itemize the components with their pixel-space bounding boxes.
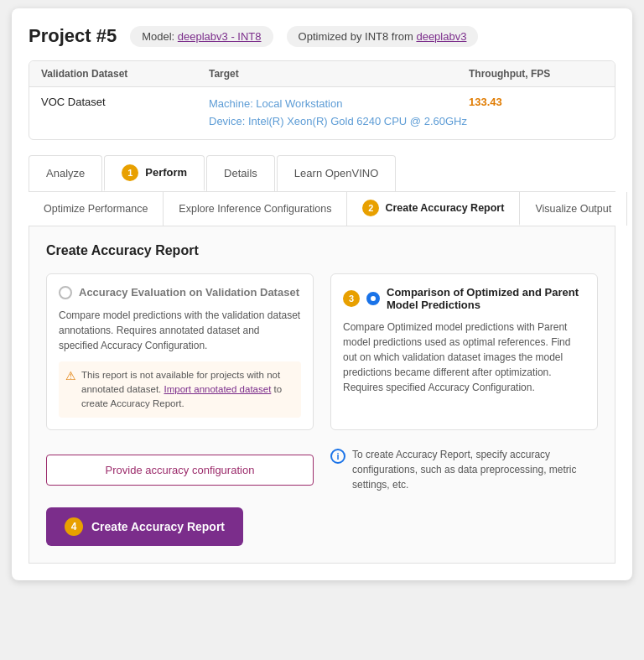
option2-desc: Compare Optimized model predictions with…	[343, 320, 585, 395]
provide-accuracy-btn[interactable]: Provide accuracy configuration	[46, 455, 314, 486]
option2-radio[interactable]	[366, 292, 380, 305]
sub-tab-visualize-label: Visualize Output	[535, 203, 611, 215]
target-line1: Machine: Local Workstation	[209, 96, 469, 113]
main-tabs: Analyze 1 Perform Details Learn OpenVINO	[29, 155, 615, 192]
throughput-value: 133.43	[469, 96, 603, 108]
option2-card: 3 Comparison of Optimized and Parent Mod…	[330, 273, 598, 431]
option1-radio[interactable]	[59, 286, 72, 299]
option2-label: Comparison of Optimized and Parent Model…	[387, 286, 585, 311]
sub-tab-accuracy-label: Create Accuracy Report	[385, 202, 504, 214]
info-table: Validation Dataset Target Throughput, FP…	[29, 60, 615, 140]
sub-tab-optimize-label: Optimize Performance	[44, 203, 148, 215]
table-header: Validation Dataset Target Throughput, FP…	[29, 61, 615, 87]
create-accuracy-report-btn[interactable]: 4 Create Accuracy Report	[46, 507, 243, 546]
main-card: Project #5 Model: deeplabv3 - INT8 Optim…	[12, 8, 632, 580]
option1-label: Accuracy Evaluation on Validation Datase…	[79, 286, 299, 299]
tab-learn[interactable]: Learn OpenVINO	[277, 155, 396, 191]
header-row: Project #5 Model: deeplabv3 - INT8 Optim…	[29, 25, 615, 47]
sub-tab-accuracy-badge: 2	[362, 200, 379, 216]
project-title: Project #5	[29, 25, 117, 47]
create-btn-label: Create Accuracy Report	[91, 520, 225, 533]
sub-tabs: Optimize Performance Explore Inference C…	[29, 192, 615, 226]
info-icon: i	[330, 449, 345, 464]
col-target: Target	[209, 68, 469, 80]
option2-header: 3 Comparison of Optimized and Parent Mod…	[343, 286, 585, 311]
section-title: Create Accuracy Report	[46, 243, 598, 258]
tab-details-label: Details	[224, 167, 257, 179]
sub-tab-optimize[interactable]: Optimize Performance	[29, 192, 164, 226]
target-info: Machine: Local Workstation Device: Intel…	[209, 96, 469, 131]
warning-box: ⚠ This report is not available for proje…	[59, 361, 301, 418]
tab-learn-label: Learn OpenVINO	[294, 167, 378, 179]
option1-desc: Compare model predictions with the valid…	[59, 308, 301, 353]
tab-details[interactable]: Details	[206, 155, 275, 191]
optimized-badge-label: Optimized by INT8 from	[299, 30, 417, 43]
optimized-link[interactable]: deeplabv3	[416, 30, 466, 43]
col-throughput: Throughput, FPS	[469, 68, 603, 80]
create-btn-badge: 4	[65, 517, 83, 536]
warning-icon: ⚠	[65, 369, 76, 382]
tab-analyze[interactable]: Analyze	[29, 155, 102, 191]
tab-analyze-label: Analyze	[46, 167, 85, 179]
option1-card: Accuracy Evaluation on Validation Datase…	[46, 273, 314, 431]
tab-perform-badge: 1	[122, 164, 138, 181]
dataset-value: VOC Dataset	[41, 96, 209, 108]
model-badge: Model: deeplabv3 - INT8	[130, 26, 273, 47]
model-link[interactable]: deeplabv3 - INT8	[178, 30, 262, 43]
model-badge-label: Model:	[142, 30, 178, 43]
info-note: i To create Accuracy Report, specify acc…	[330, 447, 598, 492]
target-line2: Device: Intel(R) Xeon(R) Gold 6240 CPU @…	[209, 113, 469, 131]
content-area: Create Accuracy Report Accuracy Evaluati…	[29, 226, 615, 564]
info-note-text: To create Accuracy Report, specify accur…	[352, 447, 598, 492]
tab-perform-label: Perform	[145, 166, 187, 179]
optimized-badge: Optimized by INT8 from deeplabv3	[287, 26, 479, 47]
warning-text: This report is not available for project…	[81, 368, 294, 412]
option2-badge: 3	[343, 290, 360, 307]
sub-tab-explore-label: Explore Inference Configurations	[179, 203, 331, 215]
sub-tab-accuracy[interactable]: 2 Create Accuracy Report	[347, 192, 520, 226]
options-row: Accuracy Evaluation on Validation Datase…	[46, 273, 598, 431]
sub-tab-explore[interactable]: Explore Inference Configurations	[164, 192, 347, 226]
col-dataset: Validation Dataset	[41, 68, 209, 80]
option1-header: Accuracy Evaluation on Validation Datase…	[59, 286, 301, 299]
tab-perform[interactable]: 1 Perform	[104, 155, 205, 191]
import-dataset-link[interactable]: Import annotated dataset	[164, 384, 271, 394]
sub-tab-visualize[interactable]: Visualize Output	[520, 192, 627, 226]
table-row: VOC Dataset Machine: Local Workstation D…	[29, 87, 615, 139]
bottom-row: Provide accuracy configuration i To crea…	[46, 447, 598, 492]
